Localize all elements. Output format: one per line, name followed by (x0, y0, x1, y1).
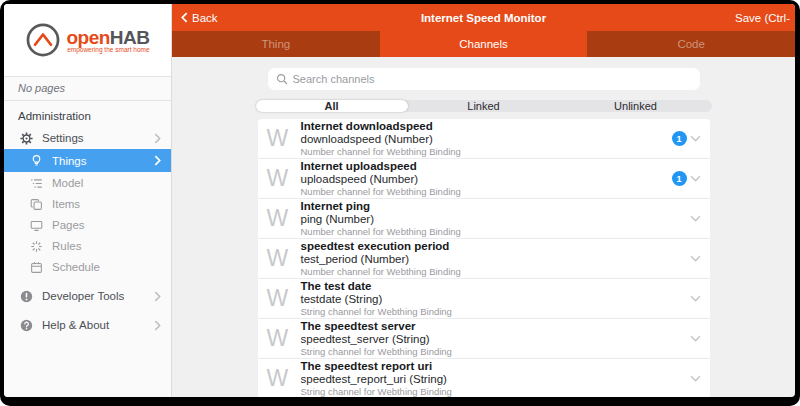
channel-title: Internet ping (301, 200, 690, 213)
sidebar-item-label: Things (52, 155, 87, 167)
sparkle-icon (29, 240, 43, 253)
linked-count-badge: 1 (672, 171, 687, 186)
channel-text: The test date testdate (String) String c… (301, 280, 690, 317)
no-pages-label: No pages (4, 76, 171, 101)
channel-title: Internet downloadspeed (301, 120, 672, 133)
sidebar: openHAB empowering the smart home No pag… (4, 4, 172, 397)
channel-id: downloadspeed (Number) (301, 133, 672, 146)
binding-letter-icon: W (267, 207, 294, 230)
back-label: Back (192, 12, 218, 24)
channel-title: Internet uploadspeed (301, 160, 672, 173)
channel-description: Number channel for Webthing Binding (301, 266, 690, 277)
filter-linked[interactable]: Linked (408, 100, 560, 112)
brand-text: openHAB empowering the smart home (66, 28, 149, 53)
question-circle-icon (19, 319, 33, 332)
back-button[interactable]: Back (181, 12, 218, 24)
chevron-down-icon (690, 135, 701, 142)
exclamation-circle-icon (19, 290, 33, 303)
channel-text: speedtest execution period test_period (… (301, 240, 690, 277)
brand-hab: HAB (110, 28, 150, 48)
channel-description: String channel for Webthing Binding (301, 386, 690, 397)
administration-section-label: Administration (4, 101, 171, 127)
sidebar-item-items[interactable]: Items (4, 194, 171, 214)
search-bar (268, 68, 700, 90)
binding-letter-icon: W (267, 247, 294, 270)
sidebar-item-rules[interactable]: Rules (4, 236, 171, 256)
chevron-down-icon (690, 335, 701, 342)
channel-text: Internet uploadspeed uploadspeed (Number… (301, 160, 672, 197)
filter-all[interactable]: All (256, 100, 408, 112)
sidebar-item-pages[interactable]: Pages (4, 215, 171, 235)
sidebar-item-label: Items (52, 198, 80, 210)
top-navbar: Back Internet Speed Monitor Save (Ctrl- (172, 4, 795, 31)
tab-bar: Thing Channels Code (172, 31, 795, 57)
brand-open: open (66, 28, 109, 48)
channel-description: Number channel for Webthing Binding (301, 186, 672, 197)
main-panel: Back Internet Speed Monitor Save (Ctrl- … (172, 4, 795, 397)
binding-letter-icon: W (267, 327, 294, 350)
chevron-right-icon (154, 291, 161, 302)
tab-code[interactable]: Code (587, 31, 795, 57)
filter-segmented-control: All Linked Unlinked (256, 100, 712, 112)
sidebar-item-model[interactable]: Model (4, 173, 171, 193)
binding-letter-icon: W (267, 167, 294, 190)
channel-id: uploadspeed (Number) (301, 173, 672, 186)
sidebar-item-settings[interactable]: Settings (4, 128, 171, 148)
chevron-right-icon (154, 155, 161, 166)
channel-row-ping[interactable]: W Internet ping ping (Number) Number cha… (258, 199, 710, 239)
sidebar-item-help-about[interactable]: Help & About (4, 315, 171, 335)
tab-channels[interactable]: Channels (380, 31, 588, 57)
channel-text: Internet downloadspeed downloadspeed (Nu… (301, 120, 672, 157)
chevron-down-icon (690, 295, 701, 302)
openhab-logo-icon (25, 22, 61, 58)
chevron-down-icon (690, 375, 701, 382)
channel-description: Number channel for Webthing Binding (301, 226, 690, 237)
channel-row-uploadspeed[interactable]: W Internet uploadspeed uploadspeed (Numb… (258, 159, 710, 199)
channel-description: Number channel for Webthing Binding (301, 146, 672, 157)
sidebar-menu: Settings Things (4, 127, 171, 336)
channel-id: ping (Number) (301, 213, 690, 226)
channel-id: testdate (String) (301, 293, 690, 306)
channel-title: The test date (301, 280, 690, 293)
calendar-icon (29, 261, 43, 274)
channel-id: speedtest_report_uri (String) (301, 373, 690, 386)
channel-title: The speedtest report uri (301, 360, 690, 373)
channel-description: String channel for Webthing Binding (301, 306, 690, 317)
chevron-down-icon (690, 215, 701, 222)
sidebar-item-developer-tools[interactable]: Developer Tools (4, 286, 171, 306)
sidebar-item-label: Developer Tools (42, 290, 124, 302)
window-frame: openHAB empowering the smart home No pag… (0, 0, 800, 406)
sidebar-item-label: Help & About (42, 319, 109, 331)
channel-description: String channel for Webthing Binding (301, 346, 690, 357)
back-chevron-icon (181, 12, 188, 23)
channel-id: speedtest_server (String) (301, 333, 690, 346)
channels-content: All Linked Unlinked W Internet downloads… (172, 57, 795, 397)
tab-thing[interactable]: Thing (172, 31, 380, 57)
channel-text: Internet ping ping (Number) Number chann… (301, 200, 690, 237)
search-icon (276, 73, 288, 85)
binding-letter-icon: W (267, 287, 294, 310)
sidebar-item-things[interactable]: Things (4, 149, 171, 172)
channel-row-testdate[interactable]: W The test date testdate (String) String… (258, 279, 710, 319)
chevron-right-icon (154, 320, 161, 331)
model-tree-icon (29, 177, 43, 190)
sidebar-item-label: Schedule (52, 261, 100, 273)
channel-row-speedtest-report-uri[interactable]: W The speedtest report uri speedtest_rep… (258, 359, 710, 397)
search-input[interactable] (293, 73, 692, 85)
lightbulb-icon (29, 154, 43, 167)
filter-unlinked[interactable]: Unlinked (560, 100, 712, 112)
openhab-logo: openHAB empowering the smart home (25, 22, 149, 58)
save-button[interactable]: Save (Ctrl- (735, 12, 790, 24)
monitor-icon (29, 219, 43, 232)
channel-row-test-period[interactable]: W speedtest execution period test_period… (258, 239, 710, 279)
channel-row-speedtest-server[interactable]: W The speedtest server speedtest_server … (258, 319, 710, 359)
chevron-down-icon (690, 255, 701, 262)
channel-row-downloadspeed[interactable]: W Internet downloadspeed downloadspeed (… (258, 119, 710, 159)
channel-id: test_period (Number) (301, 253, 690, 266)
linked-count-badge: 1 (672, 131, 687, 146)
page-title: Internet Speed Monitor (172, 12, 795, 24)
logo-area: openHAB empowering the smart home (4, 4, 171, 76)
sidebar-item-label: Pages (52, 219, 85, 231)
sidebar-item-schedule[interactable]: Schedule (4, 257, 171, 277)
sidebar-item-label: Rules (52, 240, 81, 252)
